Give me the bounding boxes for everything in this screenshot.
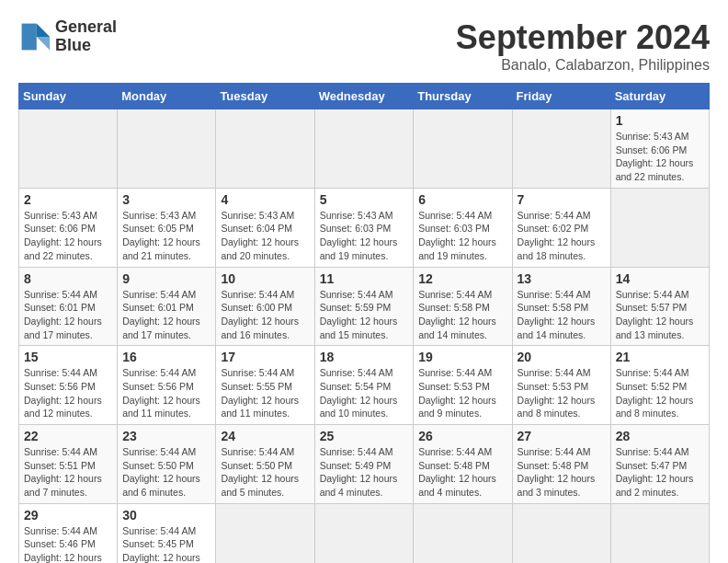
calendar-table: SundayMondayTuesdayWednesdayThursdayFrid… xyxy=(18,83,710,563)
calendar-cell xyxy=(512,109,610,189)
column-header-sunday: Sunday xyxy=(19,84,118,109)
day-info: Sunrise: 5:43 AM Sunset: 6:03 PM Dayligh… xyxy=(320,209,409,263)
day-info: Sunrise: 5:44 AM Sunset: 5:56 PM Dayligh… xyxy=(122,366,210,420)
calendar-cell: 15Sunrise: 5:44 AM Sunset: 5:56 PM Dayli… xyxy=(19,346,118,425)
day-info: Sunrise: 5:44 AM Sunset: 6:00 PM Dayligh… xyxy=(221,288,309,342)
day-number: 1 xyxy=(616,113,704,128)
month-title: September 2024 xyxy=(456,18,710,57)
day-number: 5 xyxy=(320,192,409,207)
day-number: 29 xyxy=(24,508,112,523)
day-info: Sunrise: 5:43 AM Sunset: 6:06 PM Dayligh… xyxy=(616,130,704,184)
calendar-week-row: 15Sunrise: 5:44 AM Sunset: 5:56 PM Dayli… xyxy=(19,346,710,425)
calendar-cell xyxy=(610,503,709,563)
calendar-cell: 20Sunrise: 5:44 AM Sunset: 5:53 PM Dayli… xyxy=(512,346,610,425)
calendar-cell xyxy=(216,109,314,189)
calendar-cell xyxy=(314,109,414,189)
svg-marker-0 xyxy=(37,23,50,36)
calendar-cell: 10Sunrise: 5:44 AM Sunset: 6:00 PM Dayli… xyxy=(216,267,314,346)
calendar-cell: 27Sunrise: 5:44 AM Sunset: 5:48 PM Dayli… xyxy=(512,425,610,504)
day-info: Sunrise: 5:44 AM Sunset: 5:48 PM Dayligh… xyxy=(418,445,506,500)
day-info: Sunrise: 5:44 AM Sunset: 6:01 PM Dayligh… xyxy=(24,288,112,342)
calendar-cell xyxy=(610,188,709,267)
column-header-friday: Friday xyxy=(512,84,610,109)
day-number: 6 xyxy=(418,192,506,207)
day-number: 24 xyxy=(221,429,309,443)
calendar-cell: 19Sunrise: 5:44 AM Sunset: 5:53 PM Dayli… xyxy=(414,346,512,425)
logo-icon xyxy=(18,20,51,53)
day-number: 15 xyxy=(24,350,112,364)
day-number: 8 xyxy=(24,271,112,286)
calendar-cell xyxy=(118,109,216,189)
calendar-cell: 7Sunrise: 5:44 AM Sunset: 6:02 PM Daylig… xyxy=(512,188,610,267)
location-title: Banalo, Calabarzon, Philippines xyxy=(456,57,710,74)
day-info: Sunrise: 5:44 AM Sunset: 5:52 PM Dayligh… xyxy=(616,366,704,420)
calendar-cell: 24Sunrise: 5:44 AM Sunset: 5:50 PM Dayli… xyxy=(216,425,314,504)
calendar-cell: 5Sunrise: 5:43 AM Sunset: 6:03 PM Daylig… xyxy=(314,188,414,267)
day-info: Sunrise: 5:44 AM Sunset: 5:53 PM Dayligh… xyxy=(418,366,506,420)
day-info: Sunrise: 5:44 AM Sunset: 5:51 PM Dayligh… xyxy=(24,445,112,500)
svg-rect-2 xyxy=(22,23,37,50)
day-info: Sunrise: 5:44 AM Sunset: 6:01 PM Dayligh… xyxy=(122,288,210,342)
calendar-cell: 8Sunrise: 5:44 AM Sunset: 6:01 PM Daylig… xyxy=(19,267,118,346)
day-number: 2 xyxy=(24,192,112,207)
day-number: 9 xyxy=(122,271,210,286)
day-number: 13 xyxy=(518,271,606,286)
calendar-cell: 6Sunrise: 5:44 AM Sunset: 6:03 PM Daylig… xyxy=(414,188,512,267)
day-info: Sunrise: 5:44 AM Sunset: 5:58 PM Dayligh… xyxy=(518,288,606,342)
calendar-cell xyxy=(19,109,118,189)
day-number: 30 xyxy=(122,508,210,523)
day-number: 21 xyxy=(616,350,704,364)
day-info: Sunrise: 5:44 AM Sunset: 5:48 PM Dayligh… xyxy=(518,445,606,500)
calendar-cell: 1Sunrise: 5:43 AM Sunset: 6:06 PM Daylig… xyxy=(610,109,709,189)
calendar-cell xyxy=(512,503,610,563)
day-info: Sunrise: 5:43 AM Sunset: 6:05 PM Dayligh… xyxy=(122,209,210,263)
calendar-cell: 18Sunrise: 5:44 AM Sunset: 5:54 PM Dayli… xyxy=(314,346,414,425)
calendar-cell xyxy=(314,503,414,563)
day-number: 17 xyxy=(221,350,309,364)
day-number: 20 xyxy=(518,350,606,364)
calendar-cell: 29Sunrise: 5:44 AM Sunset: 5:46 PM Dayli… xyxy=(19,503,118,563)
day-number: 12 xyxy=(418,271,506,286)
day-info: Sunrise: 5:44 AM Sunset: 5:53 PM Dayligh… xyxy=(518,366,606,420)
day-info: Sunrise: 5:44 AM Sunset: 5:46 PM Dayligh… xyxy=(24,524,112,563)
calendar-cell: 17Sunrise: 5:44 AM Sunset: 5:55 PM Dayli… xyxy=(216,346,314,425)
day-number: 14 xyxy=(616,271,704,286)
title-area: September 2024 Banalo, Calabarzon, Phili… xyxy=(456,18,710,74)
calendar-cell xyxy=(414,503,512,563)
page-header: General Blue September 2024 Banalo, Cala… xyxy=(18,18,710,74)
day-info: Sunrise: 5:43 AM Sunset: 6:04 PM Dayligh… xyxy=(221,209,309,263)
calendar-week-row: 1Sunrise: 5:43 AM Sunset: 6:06 PM Daylig… xyxy=(19,109,710,189)
day-info: Sunrise: 5:44 AM Sunset: 5:54 PM Dayligh… xyxy=(320,366,409,420)
calendar-cell: 26Sunrise: 5:44 AM Sunset: 5:48 PM Dayli… xyxy=(414,425,512,504)
calendar-cell: 13Sunrise: 5:44 AM Sunset: 5:58 PM Dayli… xyxy=(512,267,610,346)
day-number: 25 xyxy=(320,429,409,443)
day-info: Sunrise: 5:44 AM Sunset: 5:59 PM Dayligh… xyxy=(320,288,409,342)
calendar-cell: 11Sunrise: 5:44 AM Sunset: 5:59 PM Dayli… xyxy=(314,267,414,346)
calendar-cell: 14Sunrise: 5:44 AM Sunset: 5:57 PM Dayli… xyxy=(610,267,709,346)
calendar-cell: 30Sunrise: 5:44 AM Sunset: 5:45 PM Dayli… xyxy=(118,503,216,563)
day-number: 10 xyxy=(221,271,309,286)
day-number: 4 xyxy=(221,192,309,207)
logo-text: General Blue xyxy=(55,18,117,55)
calendar-week-row: 29Sunrise: 5:44 AM Sunset: 5:46 PM Dayli… xyxy=(19,503,710,563)
column-header-saturday: Saturday xyxy=(610,84,709,109)
calendar-week-row: 22Sunrise: 5:44 AM Sunset: 5:51 PM Dayli… xyxy=(19,425,710,504)
calendar-cell: 2Sunrise: 5:43 AM Sunset: 6:06 PM Daylig… xyxy=(19,188,118,267)
day-info: Sunrise: 5:44 AM Sunset: 5:50 PM Dayligh… xyxy=(221,445,309,500)
calendar-cell: 9Sunrise: 5:44 AM Sunset: 6:01 PM Daylig… xyxy=(118,267,216,346)
calendar-cell: 4Sunrise: 5:43 AM Sunset: 6:04 PM Daylig… xyxy=(216,188,314,267)
logo: General Blue xyxy=(18,18,117,55)
day-number: 23 xyxy=(122,429,210,443)
day-info: Sunrise: 5:44 AM Sunset: 5:56 PM Dayligh… xyxy=(24,366,112,420)
calendar-cell: 12Sunrise: 5:44 AM Sunset: 5:58 PM Dayli… xyxy=(414,267,512,346)
column-header-wednesday: Wednesday xyxy=(314,84,414,109)
column-header-tuesday: Tuesday xyxy=(216,84,314,109)
day-number: 28 xyxy=(616,429,704,443)
day-number: 11 xyxy=(320,271,409,286)
column-header-thursday: Thursday xyxy=(414,84,512,109)
day-number: 16 xyxy=(122,350,210,364)
calendar-cell: 28Sunrise: 5:44 AM Sunset: 5:47 PM Dayli… xyxy=(610,425,709,504)
day-info: Sunrise: 5:44 AM Sunset: 5:50 PM Dayligh… xyxy=(122,445,210,500)
day-number: 22 xyxy=(24,429,112,443)
day-number: 7 xyxy=(518,192,606,207)
